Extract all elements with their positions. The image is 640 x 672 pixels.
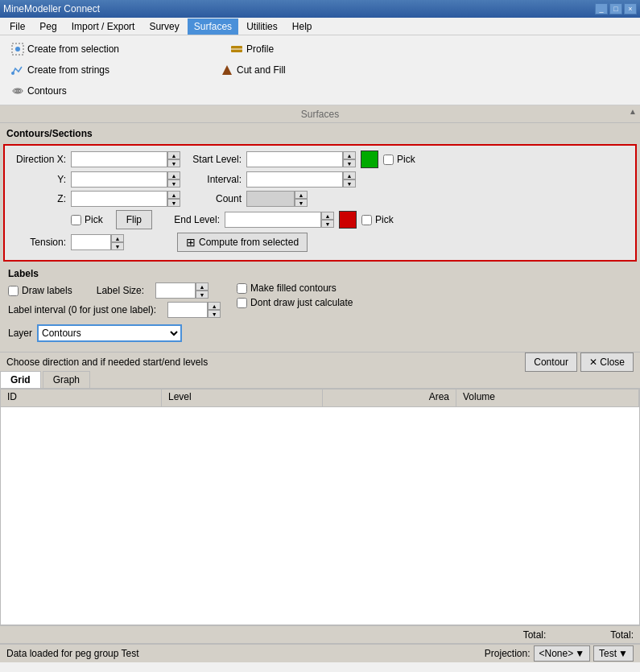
maximize-button[interactable]: □ bbox=[609, 3, 622, 14]
interval-input[interactable]: 2.000 ▲ ▼ bbox=[246, 171, 356, 188]
compute-icon: ⊞ bbox=[186, 236, 196, 249]
projection-dropdown[interactable]: <None> ▼ bbox=[534, 645, 591, 662]
y-value[interactable]: 0.000 bbox=[71, 171, 167, 188]
direction-x-input[interactable]: 0.000 ▲ ▼ bbox=[71, 151, 180, 167]
compute-button[interactable]: ⊞ Compute from selected bbox=[177, 233, 308, 252]
end-color-swatch[interactable] bbox=[339, 211, 357, 229]
toolbar: Create from selection Profile Create fro… bbox=[0, 35, 640, 105]
action-buttons: Contour ✕ Close bbox=[525, 352, 634, 372]
label-size-down[interactable]: ▼ bbox=[196, 291, 209, 299]
label-size-value[interactable]: 1.00 bbox=[155, 282, 196, 299]
cut-fill-button[interactable]: Cut and Fill bbox=[217, 62, 289, 78]
test-value: Test bbox=[599, 648, 617, 659]
end-level-value[interactable]: 1598.000 bbox=[225, 212, 321, 228]
toolbar-row-1: Create from selection Profile bbox=[6, 39, 634, 60]
direction-x-spinners: ▲ ▼ bbox=[167, 151, 180, 167]
minimize-button[interactable]: _ bbox=[595, 3, 608, 14]
contours-button[interactable]: Contours bbox=[6, 83, 72, 99]
label-interval-value[interactable]: 0.00 bbox=[167, 302, 208, 318]
create-strings-icon bbox=[11, 64, 24, 76]
toolbar-row-2: Create from strings Cut and Fill bbox=[6, 60, 634, 80]
z-value[interactable]: 1.000 bbox=[71, 191, 167, 207]
close-button[interactable]: × bbox=[624, 3, 637, 14]
pick1-checkbox[interactable] bbox=[383, 155, 394, 165]
direction-x-row: Direction X: 0.000 ▲ ▼ Start Level: 1578… bbox=[10, 150, 630, 168]
contour-button[interactable]: Contour bbox=[525, 352, 577, 372]
main-content: Contours/Sections Direction X: 0.000 ▲ ▼… bbox=[0, 123, 640, 352]
draw-labels-checkbox[interactable] bbox=[8, 286, 19, 296]
tension-value[interactable]: 0.00 bbox=[71, 234, 111, 250]
tension-spinners: ▲ ▼ bbox=[111, 234, 124, 250]
create-selection-button[interactable]: Create from selection bbox=[6, 41, 124, 57]
direction-x-up[interactable]: ▲ bbox=[167, 151, 180, 159]
menu-import-export[interactable]: Import / Export bbox=[65, 19, 142, 35]
pick2-checkbox[interactable] bbox=[71, 215, 81, 225]
test-dropdown[interactable]: Test ▼ bbox=[593, 645, 634, 662]
label-size-up[interactable]: ▲ bbox=[196, 282, 209, 291]
menu-surfaces[interactable]: Surfaces bbox=[188, 19, 238, 35]
dont-draw-row: Dont draw just calculate bbox=[237, 297, 353, 308]
create-selection-label: Create from selection bbox=[27, 43, 119, 55]
z-input[interactable]: 1.000 ▲ ▼ bbox=[71, 191, 180, 207]
direction-x-down[interactable]: ▼ bbox=[167, 159, 180, 167]
projection-value: <None> bbox=[539, 648, 574, 659]
menu-utilities[interactable]: Utilities bbox=[240, 19, 284, 35]
labels-section: Labels Draw labels Label Size: 1.00 ▲ ▼ bbox=[3, 265, 637, 345]
flip-button[interactable]: Flip bbox=[116, 210, 152, 229]
count-value[interactable]: 10 bbox=[246, 191, 295, 207]
menu-survey[interactable]: Survey bbox=[142, 19, 185, 35]
start-level-value[interactable]: 1578.000 bbox=[246, 151, 343, 167]
count-spinners: ▲ ▼ bbox=[295, 191, 308, 207]
menu-peg[interactable]: Peg bbox=[33, 19, 63, 35]
panel-label-text: Surfaces bbox=[301, 109, 339, 120]
tab-grid[interactable]: Grid bbox=[0, 371, 41, 388]
count-up[interactable]: ▲ bbox=[295, 191, 308, 199]
collapse-arrow[interactable]: ▲ bbox=[629, 107, 637, 116]
y-spinners: ▲ ▼ bbox=[167, 171, 180, 188]
layer-select[interactable]: Contours Default Other bbox=[37, 324, 182, 342]
label-interval-up[interactable]: ▲ bbox=[208, 302, 221, 310]
tension-input[interactable]: 0.00 ▲ ▼ bbox=[71, 234, 124, 250]
menu-help[interactable]: Help bbox=[286, 19, 319, 35]
label-size-spinners: ▲ ▼ bbox=[196, 282, 209, 299]
start-level-down[interactable]: ▼ bbox=[343, 159, 356, 167]
interval-up[interactable]: ▲ bbox=[343, 171, 356, 179]
pick3-label: Pick bbox=[375, 214, 394, 225]
z-down[interactable]: ▼ bbox=[167, 199, 180, 207]
create-strings-button[interactable]: Create from strings bbox=[6, 62, 114, 78]
window-title: MineModeller Connect bbox=[3, 3, 100, 14]
totals-row: Total: Total: bbox=[0, 625, 640, 643]
tension-down[interactable]: ▼ bbox=[111, 242, 124, 250]
count-down[interactable]: ▼ bbox=[295, 199, 308, 207]
direction-x-value[interactable]: 0.000 bbox=[71, 151, 167, 167]
profile-button[interactable]: Profile bbox=[227, 41, 277, 57]
window-controls: _ □ × bbox=[595, 3, 637, 14]
y-up[interactable]: ▲ bbox=[167, 171, 180, 179]
z-up[interactable]: ▲ bbox=[167, 191, 180, 199]
count-input[interactable]: 10 ▲ ▼ bbox=[246, 191, 308, 207]
end-level-input[interactable]: 1598.000 ▲ ▼ bbox=[225, 212, 334, 228]
y-down[interactable]: ▼ bbox=[167, 179, 180, 188]
start-level-input[interactable]: 1578.000 ▲ ▼ bbox=[246, 151, 356, 167]
count-label: Count bbox=[185, 193, 242, 204]
close-button[interactable]: ✕ Close bbox=[580, 352, 634, 372]
make-filled-checkbox[interactable] bbox=[237, 283, 247, 294]
start-color-swatch[interactable] bbox=[361, 150, 378, 168]
label-interval-down[interactable]: ▼ bbox=[208, 310, 221, 318]
label-size-input[interactable]: 1.00 ▲ ▼ bbox=[155, 282, 209, 299]
dont-draw-checkbox[interactable] bbox=[237, 298, 247, 308]
menu-file[interactable]: File bbox=[3, 19, 31, 35]
tension-up[interactable]: ▲ bbox=[111, 234, 124, 242]
label-interval-input[interactable]: 0.00 ▲ ▼ bbox=[167, 302, 221, 318]
interval-value[interactable]: 2.000 bbox=[246, 171, 343, 188]
interval-down[interactable]: ▼ bbox=[343, 179, 356, 188]
toolbar-row-3: Contours bbox=[6, 80, 634, 101]
end-level-up[interactable]: ▲ bbox=[321, 212, 334, 220]
end-level-down[interactable]: ▼ bbox=[321, 220, 334, 228]
y-input[interactable]: 0.000 ▲ ▼ bbox=[71, 171, 180, 188]
z-label: Z: bbox=[10, 193, 66, 204]
start-level-up[interactable]: ▲ bbox=[343, 151, 356, 159]
tab-graph[interactable]: Graph bbox=[43, 371, 90, 388]
total-label-1: Total: bbox=[523, 629, 547, 641]
pick3-checkbox[interactable] bbox=[361, 215, 372, 225]
